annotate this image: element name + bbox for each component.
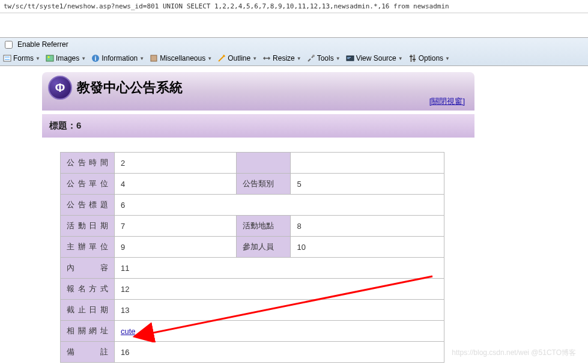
devbar-source-label: View Source	[356, 54, 396, 62]
chevron-down-icon: ▼	[336, 56, 341, 61]
chevron-down-icon: ▼	[81, 56, 86, 61]
title-row: 標題：6	[42, 113, 474, 138]
chevron-down-icon: ▼	[445, 56, 450, 61]
table-row: 備 註 16	[61, 342, 444, 363]
related-url-link[interactable]: cute	[121, 327, 136, 336]
misc-icon	[150, 54, 158, 62]
chevron-down-icon: ▼	[398, 56, 403, 61]
table-row: 內 容 11	[61, 258, 444, 279]
form-icon	[3, 54, 11, 62]
svg-rect-11	[347, 58, 350, 59]
table-row: 公告標題 6	[61, 195, 444, 216]
value-announce-time: 2	[115, 153, 237, 174]
value-event-place: 8	[291, 216, 444, 237]
devbar-outline[interactable]: Outline▼	[216, 53, 259, 63]
svg-rect-15	[413, 59, 416, 60]
url-bar[interactable]: tw/sc/tt/syste1/newshow.asp?news_id=801 …	[0, 0, 588, 13]
table-row: 截止日期 13	[61, 300, 444, 321]
dev-toolbar: Forms▼ Images▼ i Information▼ Miscellane…	[0, 51, 588, 65]
title-label: 標題：	[49, 120, 76, 130]
spacer	[0, 13, 588, 37]
devbar-miscellaneous[interactable]: Miscellaneous▼	[148, 53, 214, 63]
options-icon	[408, 54, 417, 62]
label-signup: 報名方式	[61, 279, 115, 300]
detail-table: 公告時間 2 公告單位 4 公告類別 5 公告標題 6 活動日期 7 活動地點 …	[60, 152, 444, 363]
svg-rect-10	[347, 57, 351, 58]
value-announce-type: 5	[291, 174, 444, 195]
value-signup: 12	[115, 279, 444, 300]
referrer-row: Enable Referrer	[0, 38, 588, 51]
devbar-information[interactable]: i Information▼	[89, 53, 146, 63]
devbar-outline-label: Outline	[228, 54, 250, 62]
devbar-resize-label: Resize	[273, 54, 295, 62]
label-announce-title: 公告標題	[61, 195, 115, 216]
label-empty	[237, 153, 291, 174]
chevron-down-icon: ▼	[297, 56, 302, 61]
chevron-down-icon: ▼	[207, 56, 212, 61]
tools-icon	[307, 54, 315, 62]
value-announce-unit: 4	[115, 174, 237, 195]
svg-rect-3	[46, 55, 53, 61]
devbar-tools-label: Tools	[317, 54, 334, 62]
devbar-misc-label: Miscellaneous	[160, 54, 205, 62]
table-row: 活動日期 7 活動地點 8	[61, 216, 444, 237]
svg-rect-7	[151, 55, 157, 61]
svg-rect-0	[4, 55, 11, 61]
system-title: 教發中心公告系統	[77, 79, 183, 97]
table-row: 報名方式 12	[61, 279, 444, 300]
label-host-unit: 主辦單位	[61, 237, 115, 258]
svg-rect-13	[413, 55, 415, 62]
value-host-unit: 9	[115, 237, 237, 258]
svg-rect-14	[410, 56, 413, 57]
label-announce-unit: 公告單位	[61, 174, 115, 195]
image-icon	[46, 54, 54, 62]
svg-rect-1	[5, 56, 10, 58]
devbar-options[interactable]: Options▼	[407, 53, 452, 63]
chevron-down-icon: ▼	[35, 56, 40, 61]
devbar-viewsource[interactable]: View Source▼	[344, 53, 405, 63]
value-event-date: 7	[115, 216, 237, 237]
svg-point-4	[47, 56, 49, 58]
page-content: Φ 教發中心公告系統 [關閉視窗] 標題：6 公告時間 2 公告單位 4 公告類…	[42, 72, 474, 363]
label-content: 內 容	[61, 258, 115, 279]
devbar-info-label: Information	[102, 54, 138, 62]
svg-text:i: i	[95, 55, 97, 62]
table-row: 公告時間 2	[61, 153, 444, 174]
value-content: 11	[115, 258, 444, 279]
toolbar-area: Enable Referrer Forms▼ Images▼ i Informa…	[0, 37, 588, 66]
title-value: 6	[76, 120, 81, 130]
table-row: 主辦單位 9 參加人員 10	[61, 237, 444, 258]
value-deadline: 13	[115, 300, 444, 321]
enable-referrer-label: Enable Referrer	[17, 40, 68, 49]
enable-referrer-checkbox[interactable]	[5, 41, 13, 49]
value-related-url: cute	[115, 321, 444, 342]
close-window-link[interactable]: [關閉視窗]	[429, 96, 465, 107]
page-header: Φ 教發中心公告系統 [關閉視窗]	[42, 72, 474, 111]
label-event-place: 活動地點	[237, 216, 291, 237]
devbar-resize[interactable]: Resize▼	[261, 53, 303, 63]
devbar-forms-label: Forms	[13, 54, 34, 62]
label-deadline: 截止日期	[61, 300, 115, 321]
label-related-url: 相關網址	[61, 321, 115, 342]
devbar-options-label: Options	[419, 54, 443, 62]
value-announce-title: 6	[115, 195, 444, 216]
label-remark: 備 註	[61, 342, 115, 363]
label-event-date: 活動日期	[61, 216, 115, 237]
devbar-images[interactable]: Images▼	[44, 53, 88, 63]
table-row: 公告單位 4 公告類別 5	[61, 174, 444, 195]
chevron-down-icon: ▼	[252, 56, 257, 61]
info-icon: i	[91, 54, 100, 62]
svg-point-8	[312, 55, 315, 57]
value-participants: 10	[291, 237, 444, 258]
label-announce-type: 公告類別	[237, 174, 291, 195]
label-announce-time: 公告時間	[61, 153, 115, 174]
value-empty	[291, 153, 444, 174]
value-remark: 16	[115, 342, 444, 363]
logo-icon: Φ	[48, 76, 72, 100]
source-icon	[346, 54, 354, 62]
devbar-tools[interactable]: Tools▼	[305, 53, 342, 63]
svg-rect-12	[410, 55, 412, 62]
devbar-forms[interactable]: Forms▼	[1, 53, 42, 63]
watermark: https://blog.csdn.net/wei @51CTO博客	[452, 348, 576, 358]
svg-rect-2	[5, 59, 10, 60]
